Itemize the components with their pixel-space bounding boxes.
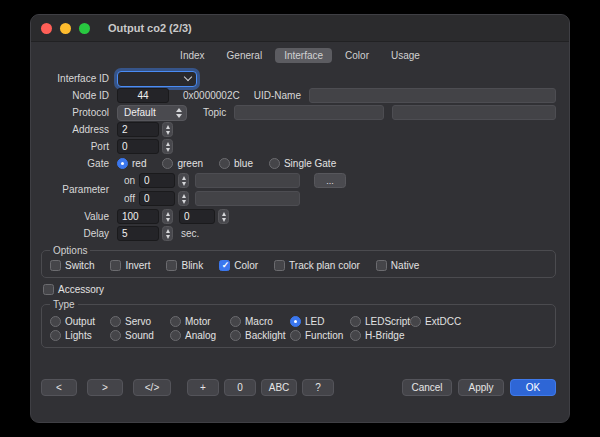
option-blink[interactable]: Blink <box>166 260 203 271</box>
protocol-extra-input[interactable] <box>392 105 556 120</box>
type-option-backlight[interactable]: Backlight <box>230 330 290 341</box>
gate-option-single-gate[interactable]: Single Gate <box>269 158 336 169</box>
address-stepper[interactable] <box>162 122 173 137</box>
zoom-window-button[interactable] <box>79 23 90 34</box>
zero-button[interactable]: 0 <box>224 379 256 396</box>
tab-general[interactable]: General <box>218 48 272 63</box>
option-switch[interactable]: Switch <box>50 260 94 271</box>
option-invert[interactable]: Invert <box>110 260 150 271</box>
type-option-led[interactable]: LED <box>290 316 350 327</box>
gate-label: Gate <box>41 158 109 169</box>
type-option-sound[interactable]: Sound <box>110 330 170 341</box>
protocol-select[interactable]: Default <box>117 105 187 121</box>
type-option-lights-label: Lights <box>65 330 92 341</box>
help-button[interactable]: ? <box>302 379 334 396</box>
gate-option-green[interactable]: green <box>162 158 203 169</box>
type-option-ledscript[interactable]: LEDScript <box>350 316 410 327</box>
value-stepper[interactable] <box>162 209 173 224</box>
radio-icon <box>410 316 421 327</box>
type-option-extdcc[interactable]: ExtDCC <box>410 316 470 327</box>
abc-button[interactable]: ABC <box>261 379 297 396</box>
type-row-2: Lights Sound Analog Backlight Function H… <box>50 330 547 341</box>
node-id-row: Node ID 0x0000002C UID-Name <box>41 88 556 103</box>
radio-icon <box>290 330 301 341</box>
tab-color[interactable]: Color <box>336 48 378 63</box>
parameter-off-text-input[interactable] <box>195 191 300 206</box>
up-arrow-icon <box>166 212 170 216</box>
up-arrow-icon <box>222 212 226 216</box>
down-arrow-icon <box>182 200 186 204</box>
option-native-label: Native <box>391 260 419 271</box>
tab-interface[interactable]: Interface <box>275 48 332 63</box>
type-option-motor-label: Motor <box>185 316 211 327</box>
type-option-servo[interactable]: Servo <box>110 316 170 327</box>
up-arrow-icon <box>182 176 186 180</box>
accessory-checkbox[interactable]: Accessory <box>43 284 569 295</box>
delay-input[interactable] <box>117 226 159 241</box>
radio-icon <box>350 330 361 341</box>
ok-button[interactable]: OK <box>510 379 556 396</box>
port-stepper[interactable] <box>162 139 173 154</box>
type-option-motor[interactable]: Motor <box>170 316 230 327</box>
radio-icon <box>50 330 61 341</box>
topic-label: Topic <box>203 107 226 118</box>
checkbox-icon <box>274 260 285 271</box>
parameter-on-stepper[interactable] <box>178 173 189 188</box>
gate-option-green-label: green <box>177 158 203 169</box>
type-option-lights[interactable]: Lights <box>50 330 110 341</box>
checkbox-icon <box>219 260 230 271</box>
radio-icon <box>170 316 181 327</box>
radio-icon <box>170 330 181 341</box>
type-option-analog[interactable]: Analog <box>170 330 230 341</box>
parameter-off-stepper[interactable] <box>178 191 189 206</box>
tab-usage[interactable]: Usage <box>382 48 429 63</box>
option-color[interactable]: Color <box>219 260 258 271</box>
gate-option-red[interactable]: red <box>117 158 146 169</box>
type-option-hbridge[interactable]: H-Bridge <box>350 330 410 341</box>
gate-option-blue[interactable]: blue <box>219 158 253 169</box>
uid-name-input[interactable] <box>309 88 556 103</box>
apply-button[interactable]: Apply <box>458 379 504 396</box>
radio-icon <box>110 330 121 341</box>
down-arrow-icon <box>166 148 170 152</box>
option-invert-label: Invert <box>125 260 150 271</box>
value2-input[interactable] <box>179 209 215 224</box>
option-track-plan-color[interactable]: Track plan color <box>274 260 360 271</box>
type-option-macro[interactable]: Macro <box>230 316 290 327</box>
parameter-on-text-input[interactable] <box>195 173 300 188</box>
option-color-label: Color <box>234 260 258 271</box>
parameter-on-input[interactable] <box>139 173 175 188</box>
cancel-button[interactable]: Cancel <box>402 379 452 396</box>
down-arrow-icon <box>182 182 186 186</box>
prev-button[interactable]: < <box>41 379 77 396</box>
titlebar[interactable]: Output co2 (2/3) <box>31 15 569 42</box>
value-input[interactable] <box>117 209 159 224</box>
node-hex-value: 0x0000002C <box>183 90 240 101</box>
parameter-more-button[interactable]: ... <box>314 173 346 188</box>
delay-stepper[interactable] <box>162 226 173 241</box>
up-arrow-icon <box>166 229 170 233</box>
type-row-1: Output Servo Motor Macro LED LEDScript E… <box>50 316 547 327</box>
option-native[interactable]: Native <box>376 260 419 271</box>
address-row: Address <box>41 122 556 137</box>
radio-icon <box>269 158 280 169</box>
close-window-button[interactable] <box>41 23 52 34</box>
parameter-off-input[interactable] <box>139 191 175 206</box>
type-option-function[interactable]: Function <box>290 330 350 341</box>
value2-stepper[interactable] <box>218 209 229 224</box>
option-blink-label: Blink <box>181 260 203 271</box>
radio-icon <box>230 330 241 341</box>
node-id-input[interactable] <box>117 88 169 103</box>
address-input[interactable] <box>117 122 159 137</box>
interface-id-select[interactable] <box>117 71 197 87</box>
port-input[interactable] <box>117 139 159 154</box>
plus-button[interactable]: + <box>187 379 219 396</box>
tab-index[interactable]: Index <box>171 48 213 63</box>
radio-icon <box>110 316 121 327</box>
code-button[interactable]: </> <box>133 379 171 396</box>
next-button[interactable]: > <box>87 379 123 396</box>
protocol-row: Protocol Default Topic <box>41 105 556 120</box>
topic-input[interactable] <box>234 105 384 120</box>
type-option-output[interactable]: Output <box>50 316 110 327</box>
minimize-window-button[interactable] <box>60 23 71 34</box>
